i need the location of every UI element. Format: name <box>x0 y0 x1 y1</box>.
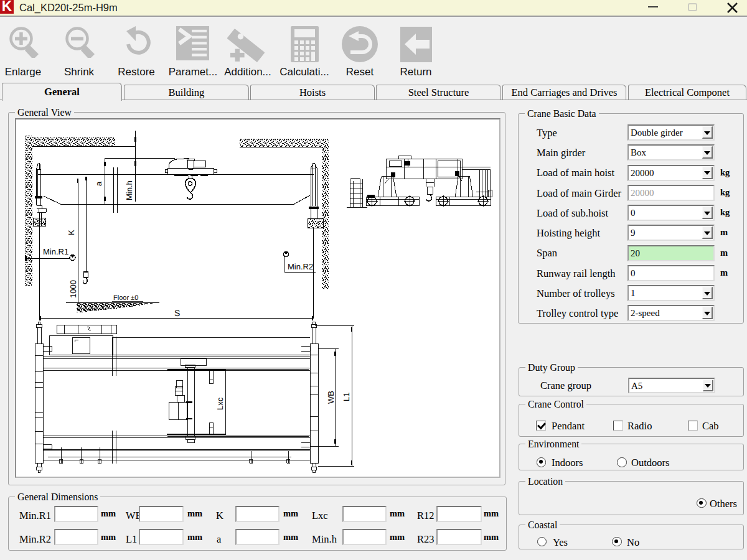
svg-text:Min.R1: Min.R1 <box>43 247 68 256</box>
svg-text:Min.R2: Min.R2 <box>288 262 313 271</box>
svg-text:1000: 1000 <box>68 280 78 298</box>
svg-text:K: K <box>67 230 76 235</box>
svg-text:L1: L1 <box>342 393 351 401</box>
svg-text:a: a <box>94 181 103 186</box>
svg-text:WB: WB <box>326 391 336 404</box>
svg-text:Lxc: Lxc <box>215 397 225 410</box>
svg-text:S: S <box>174 308 180 318</box>
svg-text:Min.h: Min.h <box>125 180 134 200</box>
svg-text:Floor ±0: Floor ±0 <box>113 294 138 302</box>
